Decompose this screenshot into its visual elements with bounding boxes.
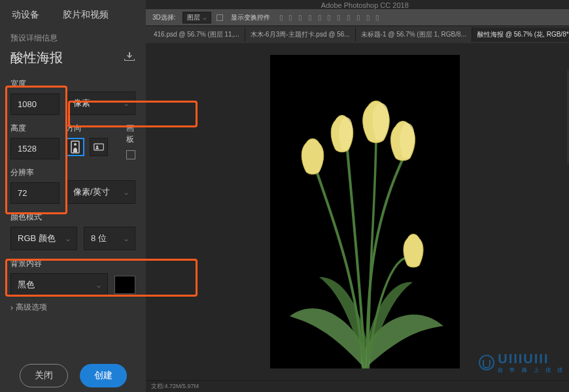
bit-depth-value: 8 位	[91, 233, 107, 244]
bg-color-swatch[interactable]	[114, 276, 135, 294]
canvas-viewport[interactable]: ◐ ▦ ≡ ⟳ ▸ UIIIUIII 自 学 路 上 优 优 荐	[146, 43, 569, 380]
doc-tab[interactable]: 未标题-1 @ 56.7% (图层 1, RGB/8...	[356, 27, 472, 42]
document-tabs: 416.psd @ 56.7% (图层 11,... 木木-6月3周-主题打卡.…	[146, 26, 569, 43]
width-unit-dropdown[interactable]: 像素 ⌵	[66, 91, 135, 115]
orientation-label: 方向	[66, 123, 108, 134]
bg-content-dropdown[interactable]: 黑色 ⌵	[10, 273, 108, 297]
advanced-options-toggle[interactable]: › 高级选项	[10, 297, 135, 318]
flower-artwork	[270, 55, 460, 368]
height-label: 高度	[10, 123, 60, 134]
doc-tab[interactable]: 木木-6月3周-主题打卡.psd @ 56...	[245, 27, 356, 42]
watermark-sub: 自 学 路 上 优 优 荐	[498, 367, 569, 374]
save-preset-icon[interactable]	[124, 52, 135, 63]
transform-checkbox[interactable]	[216, 14, 223, 21]
right-panel-tabs: ◐ ▦ ≡ ⟳ ▸	[567, 69, 569, 163]
bg-content-value: 黑色	[18, 279, 35, 291]
width-label: 宽度	[10, 78, 60, 90]
orientation-landscape-button[interactable]	[90, 138, 108, 156]
width-unit-value: 像素	[73, 97, 90, 109]
artboard-checkbox[interactable]	[126, 150, 135, 159]
chevron-down-icon: ⌵	[124, 100, 128, 107]
close-button[interactable]: 关闭	[20, 364, 68, 387]
resolution-input[interactable]	[10, 182, 60, 204]
watermark: UIIIUIII 自 学 路 上 优 优 荐	[478, 351, 569, 374]
doc-tab-active[interactable]: 酸性海报 @ 56.7% (花, RGB/8*) *	[472, 27, 569, 42]
orientation-portrait-button[interactable]	[66, 138, 84, 156]
tab-film-video[interactable]: 胶片和视频	[51, 5, 120, 25]
bg-content-label: 背景内容	[10, 258, 135, 269]
width-input[interactable]	[10, 93, 60, 115]
tab-mobile[interactable]: 动设备	[0, 5, 51, 25]
chevron-down-icon: ⌵	[124, 235, 128, 242]
artboard-label: 画板	[126, 123, 135, 145]
chevron-down-icon: ⌵	[66, 235, 70, 242]
chevron-down-icon: ⌵	[97, 282, 101, 289]
color-mode-value: RGB 颜色	[18, 233, 56, 244]
create-button[interactable]: 创建	[80, 364, 127, 387]
layer-mode-dropdown[interactable]: 图层 ⌵	[182, 12, 211, 24]
svg-rect-2	[94, 144, 103, 150]
color-mode-dropdown[interactable]: RGB 颜色 ⌵	[10, 227, 77, 250]
chevron-right-icon: ›	[10, 303, 13, 312]
watermark-text: UIIIUIII	[498, 351, 569, 367]
chevron-down-icon: ⌵	[203, 14, 207, 21]
preset-tabs: 动设备 胶片和视频	[0, 0, 146, 33]
select-mode-label: 3D选择:	[150, 12, 179, 24]
status-bar: 文档:4.72M/5.97M	[146, 380, 569, 392]
svg-point-1	[74, 143, 77, 146]
chevron-down-icon: ⌵	[124, 189, 128, 196]
bit-depth-dropdown[interactable]: 8 位 ⌵	[84, 227, 135, 250]
resolution-unit-dropdown[interactable]: 像素/英寸 ⌵	[66, 180, 135, 204]
resolution-label: 分辨率	[10, 167, 60, 178]
doc-tab[interactable]: 416.psd @ 56.7% (图层 11,...	[148, 27, 245, 42]
resolution-unit-value: 像素/英寸	[73, 186, 110, 198]
options-bar: 3D选择: 图层 ⌵ 显示变换控件 ▯ ▯ ▯ ▯ ▯ ▯ ▯ ▯ ▯ ▯ ▯	[146, 9, 569, 26]
height-input[interactable]	[10, 138, 60, 159]
advanced-options-label: 高级选项	[16, 302, 47, 313]
align-icons[interactable]: ▯ ▯ ▯ ▯ ▯ ▯ ▯ ▯ ▯ ▯ ▯	[277, 12, 385, 22]
svg-point-3	[96, 146, 98, 148]
show-transform-label: 显示变换控件	[228, 12, 273, 24]
artboard	[270, 55, 460, 368]
document-title[interactable]: 酸性海报	[10, 49, 63, 67]
app-title: Adobe Photoshop CC 2018	[321, 0, 409, 10]
color-mode-label: 颜色模式	[10, 212, 135, 223]
preset-details-label: 预设详细信息	[10, 33, 135, 44]
